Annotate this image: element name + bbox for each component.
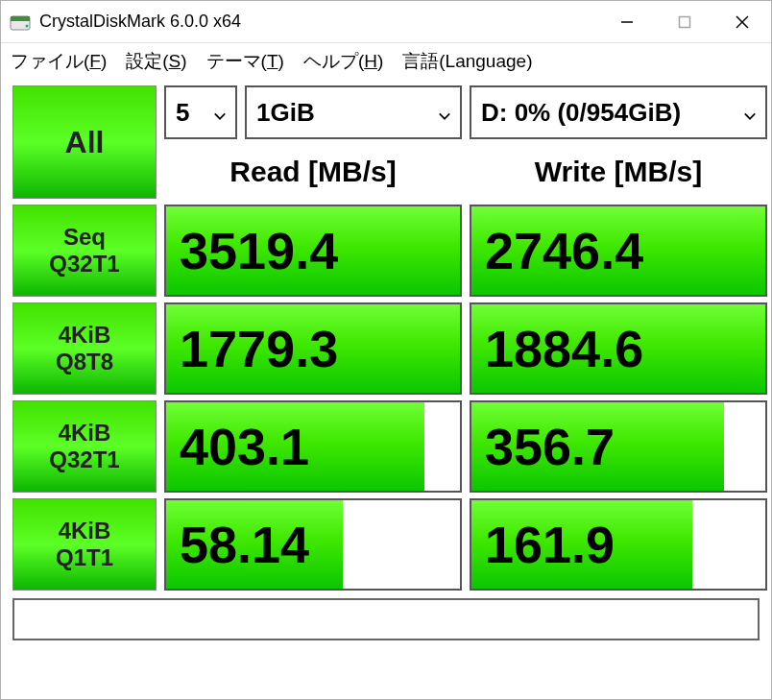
- read-result-1: 1779.3: [164, 302, 462, 395]
- test-label: 4KiB: [59, 322, 111, 349]
- svg-rect-4: [680, 16, 690, 27]
- status-bar: [12, 598, 760, 640]
- write-value-2: 356.7: [485, 417, 615, 476]
- chevron-down-icon: ⌵: [744, 101, 756, 124]
- write-result-2: 356.7: [470, 400, 767, 493]
- window-title: CrystalDiskMark 6.0.0 x64: [39, 12, 598, 32]
- test-label: Q1T1: [56, 544, 113, 571]
- svg-rect-1: [11, 16, 30, 21]
- read-result-0: 3519.4: [164, 205, 462, 297]
- chevron-down-icon: ⌵: [214, 101, 226, 124]
- read-value-0: 3519.4: [180, 221, 338, 280]
- menu-theme[interactable]: テーマ(T): [203, 47, 288, 76]
- test-label: Q32T1: [49, 251, 119, 278]
- select-group-left: 5 ⌵ 1GiB ⌵: [164, 85, 462, 139]
- test-label: 4KiB: [59, 420, 111, 447]
- runs-select[interactable]: 5 ⌵: [164, 85, 237, 139]
- svg-point-2: [26, 24, 29, 27]
- test-button-4k-q1t1[interactable]: 4KiB Q1T1: [12, 498, 157, 591]
- window-controls: [598, 1, 771, 43]
- menu-file[interactable]: ファイル(F): [7, 47, 110, 76]
- menu-settings[interactable]: 設定(S): [122, 47, 190, 76]
- app-icon: [9, 11, 32, 34]
- runs-value: 5: [176, 98, 189, 128]
- size-select[interactable]: 1GiB ⌵: [245, 85, 462, 139]
- read-header: Read [MB/s]: [164, 145, 462, 199]
- all-button[interactable]: All: [12, 85, 157, 199]
- main-panel: All 5 ⌵ 1GiB ⌵ D: 0% (0/954GiB) ⌵ Read […: [1, 80, 771, 650]
- menubar: ファイル(F) 設定(S) テーマ(T) ヘルプ(H) 言語(Language): [1, 43, 771, 80]
- write-value-3: 161.9: [485, 515, 615, 574]
- drive-select[interactable]: D: 0% (0/954GiB) ⌵: [470, 85, 767, 139]
- maximize-button[interactable]: [656, 1, 713, 43]
- test-button-4k-q8t8[interactable]: 4KiB Q8T8: [12, 302, 157, 395]
- chevron-down-icon: ⌵: [439, 101, 450, 124]
- menu-help[interactable]: ヘルプ(H): [300, 47, 387, 76]
- read-value-3: 58.14: [180, 515, 309, 574]
- read-value-1: 1779.3: [180, 319, 338, 378]
- menu-language[interactable]: 言語(Language): [398, 47, 536, 76]
- read-result-2: 403.1: [164, 400, 462, 493]
- test-label: Q32T1: [49, 447, 119, 473]
- write-result-3: 161.9: [470, 498, 767, 591]
- test-button-4k-q32t1[interactable]: 4KiB Q32T1: [12, 400, 157, 493]
- write-value-1: 1884.6: [485, 319, 643, 378]
- test-label: Q8T8: [56, 349, 113, 375]
- test-label: 4KiB: [59, 518, 111, 544]
- write-value-0: 2746.4: [485, 221, 643, 280]
- titlebar: CrystalDiskMark 6.0.0 x64: [1, 1, 771, 43]
- read-value-2: 403.1: [180, 417, 309, 476]
- read-result-3: 58.14: [164, 498, 462, 591]
- test-button-seq-q32t1[interactable]: Seq Q32T1: [12, 205, 157, 297]
- minimize-button[interactable]: [598, 1, 656, 43]
- write-header: Write [MB/s]: [470, 145, 767, 199]
- size-value: 1GiB: [256, 98, 315, 128]
- close-button[interactable]: [713, 1, 771, 43]
- all-button-label: All: [65, 125, 105, 160]
- drive-value: D: 0% (0/954GiB): [481, 98, 681, 128]
- write-result-1: 1884.6: [470, 302, 767, 395]
- test-label: Seq: [63, 224, 106, 251]
- write-result-0: 2746.4: [470, 205, 767, 297]
